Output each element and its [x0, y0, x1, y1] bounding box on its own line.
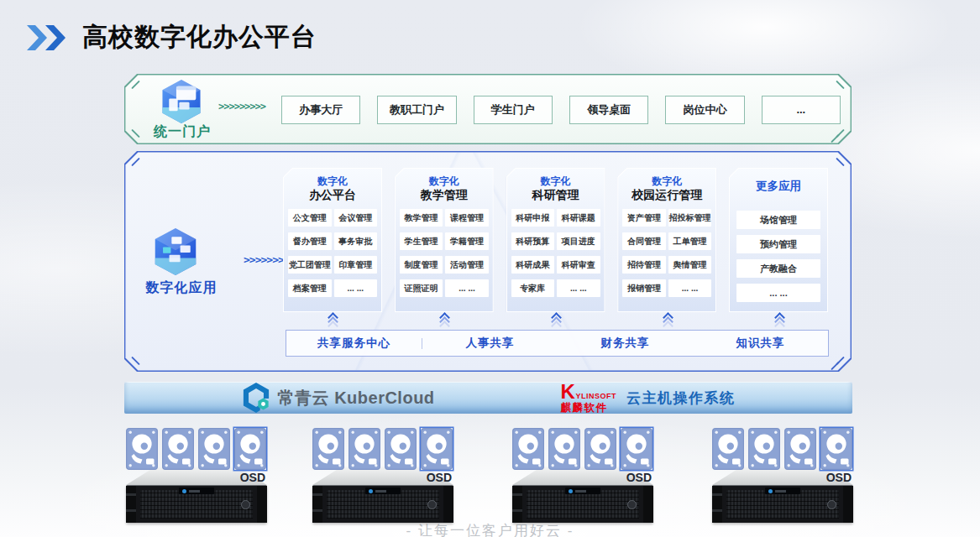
cloud-platform-bar: 常青云 KuberCloud KYLINSOFT 麒麟软件 云主机操作系统 — [124, 382, 852, 414]
app-item[interactable]: 产教融合 — [736, 259, 820, 278]
column-title-prefix: 数字化 — [284, 175, 381, 186]
storage-node: OSD — [312, 428, 453, 525]
app-item[interactable]: 学生管理 — [400, 232, 443, 250]
app-item[interactable]: 项目进度 — [557, 232, 600, 250]
osd-disk-icon — [621, 428, 652, 470]
disk-icon — [312, 428, 344, 470]
osd-label: OSD — [240, 471, 265, 484]
app-column-office: 数字化 办公平台 公文管理 会议管理 督办管理 事务审批 党工团管理 印章管理 … — [283, 168, 382, 312]
apps-cube-icon — [152, 227, 199, 280]
power-button-icon — [827, 500, 836, 509]
up-arrows-icon — [438, 314, 451, 326]
shared-service-center[interactable]: 共享服务中心 — [286, 336, 422, 351]
column-title-prefix: 数字化 — [618, 175, 715, 186]
app-item[interactable]: 工单管理 — [668, 232, 712, 250]
osd-label: OSD — [427, 471, 452, 484]
app-item[interactable]: 科研申报 — [511, 209, 555, 227]
portal-cube-icon — [160, 78, 203, 128]
portal-button-more[interactable]: ... — [762, 96, 841, 124]
app-column-research: 数字化 科研管理 科研申报 科研课题 科研预算 项目进度 科研成果 科研审查 专… — [506, 168, 605, 312]
up-arrows-icon — [549, 314, 563, 326]
app-item[interactable]: 科研预算 — [511, 232, 555, 250]
osd-disk-icon — [234, 428, 266, 470]
power-button-icon — [427, 500, 437, 509]
unified-portal-panel: 统一门户 >>>>>>>>> 办事大厅 教职工门户 学生门户 领导桌面 岗位中心… — [124, 74, 852, 144]
app-item-more[interactable]: ... ... — [668, 279, 712, 297]
flow-arrows-icon: >>>>>>>>> — [218, 101, 265, 112]
app-item[interactable]: 档案管理 — [288, 279, 332, 297]
portal-button-student[interactable]: 学生门户 — [474, 96, 553, 124]
storage-node: OSD — [126, 428, 267, 525]
app-item[interactable]: 报销管理 — [622, 279, 666, 297]
column-title-prefix: 数字化 — [507, 175, 605, 186]
server-logo — [179, 487, 214, 494]
page-title: 高校数字化办公平台 — [82, 20, 317, 55]
osd-disk-icon — [820, 428, 852, 470]
kubercloud-logo-icon — [242, 382, 270, 414]
kylin-os-group: KYLINSOFT 麒麟软件 云主机操作系统 — [561, 382, 736, 414]
app-item[interactable]: 印章管理 — [334, 256, 378, 274]
app-item[interactable]: 学籍管理 — [445, 232, 489, 250]
app-item[interactable]: 预约管理 — [736, 235, 820, 253]
disk-icon — [748, 428, 780, 470]
disk-icon — [162, 428, 194, 470]
disk-row — [312, 428, 453, 470]
app-item[interactable]: 科研课题 — [557, 209, 600, 227]
app-item[interactable]: 督办管理 — [288, 232, 332, 250]
app-item[interactable]: 课程管理 — [445, 209, 489, 227]
portal-button-service-hall[interactable]: 办事大厅 — [281, 96, 360, 124]
column-title: 教学管理 — [396, 188, 493, 203]
kubercloud-brand: 常青云 KuberCloud — [242, 382, 435, 414]
portal-button-leader[interactable]: 领导桌面 — [569, 96, 648, 124]
power-button-icon — [241, 500, 250, 509]
disk-icon — [548, 428, 580, 470]
disk-icon — [584, 428, 616, 470]
app-item-more[interactable]: ... ... — [557, 279, 600, 297]
app-item[interactable]: 制度管理 — [400, 256, 443, 274]
app-column-teaching: 数字化 教学管理 教学管理 课程管理 学生管理 学籍管理 制度管理 活动管理 证… — [395, 168, 494, 312]
app-item-more[interactable]: ... ... — [445, 279, 489, 297]
osd-label: OSD — [826, 471, 852, 484]
app-item[interactable]: 招待管理 — [622, 256, 666, 274]
app-item[interactable]: 资产管理 — [622, 209, 666, 227]
disk-icon — [349, 428, 380, 470]
app-item[interactable]: 事务审批 — [334, 232, 378, 250]
shared-hr[interactable]: 人事共享 — [422, 336, 558, 351]
disk-icon — [385, 428, 417, 470]
app-item[interactable]: 招投标管理 — [668, 209, 712, 227]
app-item[interactable]: 活动管理 — [445, 256, 489, 274]
portal-buttons: 办事大厅 教职工门户 学生门户 领导桌面 岗位中心 ... — [281, 96, 841, 124]
digital-apps-panel: 数字化应用 >>>>>>>> 数字化 办公平台 公文管理 会议管理 督办管理 事… — [124, 151, 852, 372]
shared-finance[interactable]: 财务共享 — [558, 336, 693, 351]
app-item[interactable]: 科研审查 — [557, 256, 600, 274]
shared-knowledge[interactable]: 知识共享 — [693, 336, 828, 351]
portal-button-post-center[interactable]: 岗位中心 — [665, 96, 744, 124]
app-item-more[interactable]: ... ... — [736, 284, 820, 302]
up-arrows-icon — [773, 314, 786, 326]
app-item[interactable]: 舆情管理 — [668, 256, 712, 274]
app-item-more[interactable]: ... ... — [334, 279, 378, 297]
disk-row — [126, 428, 267, 470]
server-logo — [765, 487, 800, 494]
app-item[interactable]: 专家库 — [511, 279, 555, 297]
app-item[interactable]: 科研成果 — [511, 256, 555, 274]
disk-row — [712, 428, 853, 470]
app-item[interactable]: 场馆管理 — [736, 211, 820, 229]
disk-icon — [712, 428, 744, 470]
app-item[interactable]: 党工团管理 — [288, 256, 332, 274]
app-item[interactable]: 证照证明 — [400, 279, 443, 297]
up-arrows-icon — [661, 314, 674, 326]
shared-services-bar: 共享服务中心 人事共享 财务共享 知识共享 — [286, 330, 829, 357]
app-item[interactable]: 会议管理 — [334, 209, 378, 227]
portal-label: 统一门户 — [136, 123, 228, 141]
app-columns: 数字化 办公平台 公文管理 会议管理 督办管理 事务审批 党工团管理 印章管理 … — [283, 168, 828, 312]
disk-row — [512, 428, 653, 470]
up-arrows-icon — [326, 314, 339, 326]
app-item[interactable]: 教学管理 — [400, 209, 443, 227]
app-item[interactable]: 公文管理 — [288, 209, 332, 227]
app-column-campus-ops: 数字化 校园运行管理 资产管理 招投标管理 合同管理 工单管理 招待管理 舆情管… — [617, 168, 716, 312]
portal-button-staff[interactable]: 教职工门户 — [377, 96, 456, 124]
power-button-icon — [627, 500, 637, 509]
app-item[interactable]: 合同管理 — [622, 232, 666, 250]
disk-icon — [198, 428, 230, 470]
